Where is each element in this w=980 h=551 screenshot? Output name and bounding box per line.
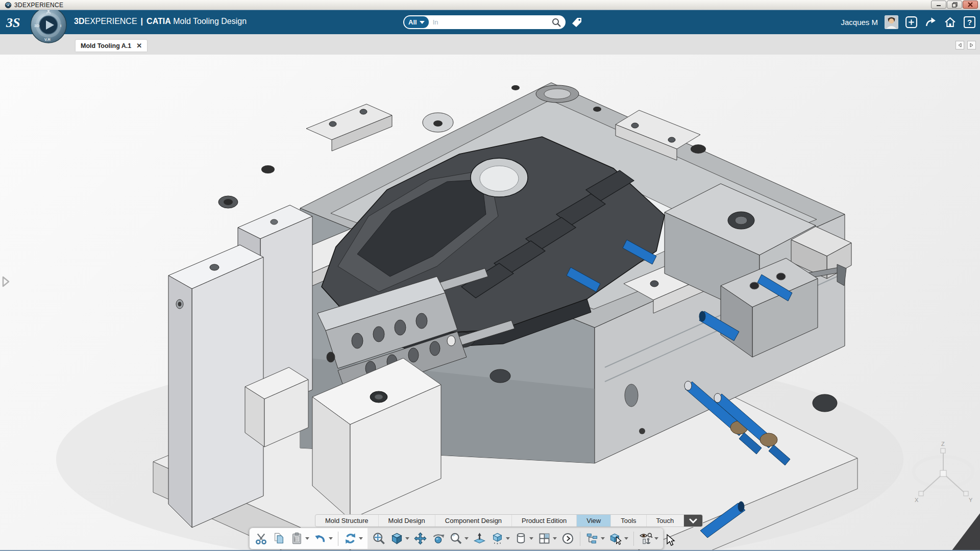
share-button[interactable]	[924, 16, 937, 29]
search-filter-dropdown[interactable]: All	[404, 16, 429, 28]
specification-tree-button[interactable]	[584, 529, 606, 548]
application-window: 3DEXPERIENCE 3S	[0, 0, 980, 551]
document-tab[interactable]: Mold Tooling A.1 ✕	[76, 40, 147, 52]
tab-view[interactable]: View	[577, 515, 611, 527]
copy-button[interactable]	[271, 529, 287, 548]
zoom-button[interactable]	[448, 529, 470, 548]
svg-text:i: i	[60, 23, 61, 28]
multi-view-button[interactable]	[536, 529, 558, 548]
tab-component-design[interactable]: Component Design	[435, 515, 512, 527]
search-icon[interactable]	[551, 17, 561, 28]
fit-all-in-icon	[372, 532, 386, 545]
visibility-anchor-button[interactable]	[638, 529, 660, 548]
window-titlebar: 3DEXPERIENCE	[0, 0, 980, 10]
avatar[interactable]	[885, 15, 898, 29]
axis-triad: X Y Z	[914, 441, 973, 503]
tab-close-button[interactable]: ✕	[136, 42, 142, 49]
dropdown-caret[interactable]	[359, 537, 363, 540]
normal-view-button[interactable]	[471, 529, 488, 548]
tab-mold-design[interactable]: Mold Design	[379, 515, 435, 527]
tab-product-edition[interactable]: Product Edition	[512, 515, 577, 527]
dropdown-caret[interactable]	[529, 537, 533, 540]
cube-cursor-icon	[609, 532, 623, 545]
document-tab-label: Mold Tooling A.1	[81, 42, 131, 49]
select-manipulate-button[interactable]	[607, 529, 630, 548]
toolbar-separator	[338, 532, 338, 546]
pan-button[interactable]	[412, 529, 429, 548]
dropdown-caret[interactable]	[506, 537, 510, 540]
undo-button[interactable]	[312, 529, 334, 548]
more-commands-button[interactable]	[559, 529, 576, 548]
restore-button[interactable]	[947, 1, 962, 9]
scroll-right-button[interactable]	[967, 41, 976, 49]
mold-3d-model[interactable]: X Y Z	[0, 55, 980, 551]
add-button[interactable]	[905, 16, 918, 29]
cylinder-view-button[interactable]	[512, 529, 535, 548]
close-button[interactable]	[963, 1, 978, 9]
svg-text:3S: 3S	[6, 15, 20, 30]
toolbar-separator	[580, 532, 580, 546]
chevron-right-icon	[969, 43, 974, 47]
svg-text:3D: 3D	[34, 23, 39, 28]
eye-anchor-icon	[639, 532, 653, 545]
dropdown-caret[interactable]	[305, 537, 309, 540]
more-commands-icon	[561, 532, 575, 545]
scroll-left-button[interactable]	[955, 41, 964, 49]
3ds-logo-icon[interactable]: 3S	[4, 13, 28, 31]
plus-icon	[905, 16, 918, 29]
tag-search-button[interactable]	[571, 16, 583, 29]
user-name[interactable]: Jacques M	[841, 18, 878, 27]
close-icon	[968, 2, 973, 7]
fit-all-in-button[interactable]	[371, 529, 387, 548]
action-bar-tabs: Mold Structure Mold Design Component Des…	[315, 514, 703, 527]
isometric-view-button[interactable]	[388, 529, 411, 548]
document-tabstrip: Mold Tooling A.1 ✕	[0, 34, 980, 55]
tab-tools[interactable]: Tools	[611, 515, 646, 527]
cut-icon	[254, 532, 268, 545]
home-icon	[944, 16, 957, 29]
help-button[interactable]: ?	[963, 16, 976, 29]
svg-text:V.R: V.R	[44, 37, 51, 42]
help-icon: ?	[964, 16, 975, 28]
toolbar-separator	[633, 532, 634, 546]
update-icon	[344, 532, 357, 545]
dropdown-caret[interactable]	[654, 537, 658, 540]
tab-mold-structure[interactable]: Mold Structure	[315, 515, 379, 527]
restore-icon	[952, 2, 958, 8]
search-bar: All	[403, 15, 566, 29]
zoom-icon	[449, 532, 463, 545]
rotate-button[interactable]	[430, 529, 447, 548]
normal-view-icon	[473, 532, 486, 545]
app-icon	[5, 2, 12, 9]
multi-view-icon	[537, 532, 551, 545]
dropdown-caret[interactable]	[405, 537, 409, 540]
home-button[interactable]	[944, 16, 957, 29]
collapse-toolbar-button[interactable]	[684, 515, 702, 527]
paste-icon	[290, 532, 304, 545]
dropdown-caret[interactable]	[329, 537, 333, 540]
paste-button[interactable]	[288, 529, 311, 548]
tab-touch[interactable]: Touch	[647, 515, 684, 527]
svg-text:Y: Y	[969, 497, 973, 503]
dropdown-caret[interactable]	[624, 537, 628, 540]
search-input[interactable]	[429, 18, 551, 26]
chevron-left-icon	[958, 43, 962, 47]
action-toolbar	[249, 528, 664, 549]
share-arrow-icon	[924, 16, 937, 29]
update-button[interactable]	[342, 529, 364, 548]
window-title: 3DEXPERIENCE	[14, 2, 63, 9]
isometric-cube-icon	[390, 532, 404, 545]
cut-button[interactable]	[253, 529, 270, 548]
dropdown-caret[interactable]	[464, 537, 469, 540]
svg-text:Z: Z	[941, 441, 945, 447]
panel-expander[interactable]	[1, 276, 11, 288]
dropdown-caret[interactable]	[601, 537, 605, 540]
hide-show-button[interactable]	[489, 529, 511, 548]
tree-icon	[585, 532, 599, 545]
viewport-3d[interactable]: X Y Z	[0, 55, 980, 551]
dropdown-caret[interactable]	[553, 537, 557, 540]
undo-icon	[313, 532, 327, 545]
cylinder-icon	[514, 532, 528, 545]
compass-widget[interactable]: 3D i V.R	[30, 6, 67, 44]
minimize-button[interactable]	[931, 1, 946, 9]
